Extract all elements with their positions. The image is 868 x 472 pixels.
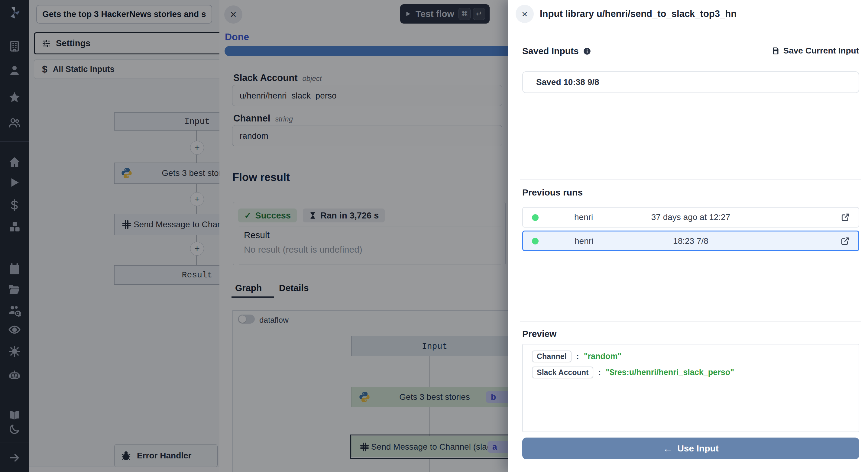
- previous-runs-heading: Previous runs: [522, 187, 583, 198]
- previous-run-row[interactable]: henri 37 days ago at 12:27: [522, 207, 859, 227]
- run-time: 18:23 7/8: [523, 231, 858, 251]
- previous-run-row-selected[interactable]: henri 18:23 7/8: [522, 230, 859, 251]
- run-time: 37 days ago at 12:27: [523, 208, 859, 227]
- saved-input-label: Saved 10:38 9/8: [536, 72, 599, 92]
- preview-entry: Slack Account : "$res:u/henri/henri_slac…: [532, 367, 849, 378]
- save-current-input-label: Save Current Input: [783, 46, 859, 56]
- info-icon[interactable]: [583, 47, 591, 55]
- preview-entry: Channel : "random": [532, 350, 849, 362]
- saved-inputs-heading: Saved Inputs: [522, 46, 591, 56]
- modal-dim-overlay[interactable]: [0, 0, 508, 472]
- divider: [520, 180, 861, 180]
- save-current-input-button[interactable]: Save Current Input: [772, 46, 859, 56]
- external-link-icon[interactable]: [840, 213, 850, 222]
- divider: [520, 321, 861, 321]
- close-icon: ×: [522, 8, 528, 20]
- save-icon: [772, 47, 780, 55]
- input-library-drawer: × Input library u/henri/send_to_slack_to…: [508, 0, 868, 472]
- drawer-title: Input library u/henri/send_to_slack_top3…: [540, 8, 737, 19]
- divider: [508, 29, 868, 29]
- external-link-icon[interactable]: [840, 236, 850, 246]
- preview-key: Channel: [532, 350, 571, 362]
- preview-key: Slack Account: [532, 367, 593, 378]
- preview-value: "random": [584, 352, 622, 361]
- preview-value: "$res:u/henri/henri_slack_perso": [606, 368, 734, 377]
- preview-heading: Preview: [522, 329, 556, 339]
- flow-editor-app: Gets the top 3 HackerNews stories and s …: [0, 0, 868, 472]
- use-input-label: Use Input: [677, 443, 719, 453]
- saved-input-item[interactable]: Saved 10:38 9/8: [522, 71, 859, 93]
- use-input-button[interactable]: ← Use Input: [522, 438, 859, 459]
- colon: :: [576, 352, 579, 361]
- colon: :: [598, 368, 601, 377]
- arrow-left-icon: ←: [663, 443, 673, 454]
- input-preview-box: Channel : "random" Slack Account : "$res…: [522, 344, 859, 432]
- close-drawer-button[interactable]: ×: [516, 5, 534, 23]
